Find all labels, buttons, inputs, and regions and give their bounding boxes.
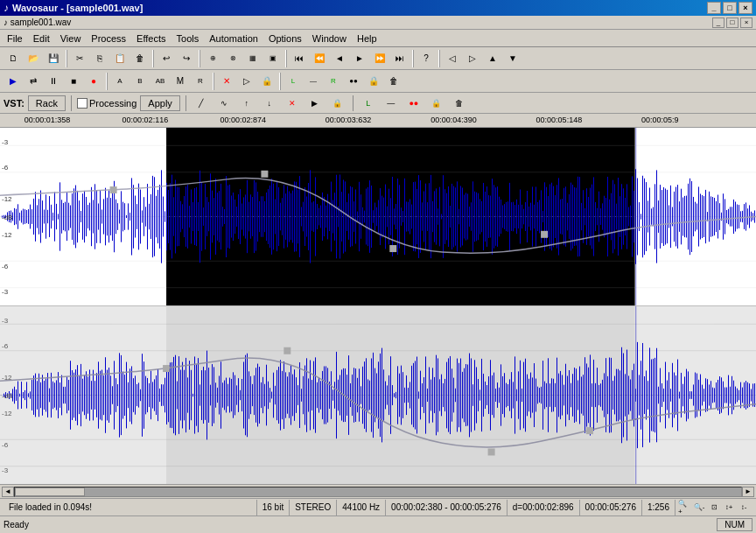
select-all-button[interactable]: ▦	[243, 49, 262, 68]
envelope-lock-button[interactable]: 🔒	[328, 94, 347, 113]
ch-r-button[interactable]: ●●	[404, 94, 424, 113]
processing-checkbox[interactable]	[77, 98, 88, 109]
menu-bar: File Edit View Process Effects Tools Aut…	[0, 30, 756, 47]
horizontal-scrollbar[interactable]: ◄ ►	[0, 484, 756, 498]
scroll-right-button[interactable]: ►	[742, 487, 754, 497]
mute-button[interactable]: —	[304, 72, 323, 91]
ch-lock2-button[interactable]: 🔒	[427, 94, 446, 113]
deselect-button[interactable]: ▣	[263, 49, 283, 68]
menu-options[interactable]: Options	[263, 32, 307, 46]
pause-button[interactable]: ⏸	[44, 72, 63, 91]
forward-end-button[interactable]: ⏭	[390, 49, 410, 68]
vol-down-button[interactable]: ▼	[503, 49, 522, 68]
solo-right-button[interactable]: R	[324, 72, 343, 91]
save-file-button[interactable]: 💾	[44, 49, 63, 68]
timeline-mark-5: 00:00:05:148	[536, 116, 583, 124]
waveform-canvas-top	[0, 128, 756, 305]
rack-button[interactable]: Rack	[28, 95, 66, 111]
zoom-in-v-button[interactable]: ↕+	[722, 501, 736, 515]
menu-edit[interactable]: Edit	[28, 32, 55, 46]
inner-maximize-btn[interactable]: □	[726, 18, 738, 28]
scroll-track[interactable]	[14, 487, 742, 497]
zoom-sel-button[interactable]: ⊕	[203, 49, 222, 68]
prev-channel-button[interactable]: ◁	[443, 49, 462, 68]
inner-close-btn[interactable]: ×	[740, 18, 752, 28]
record-button[interactable]: ●	[84, 72, 103, 91]
solo-left-button[interactable]: L	[284, 72, 303, 91]
close-button[interactable]: ×	[738, 2, 752, 14]
next-channel-button[interactable]: ▷	[463, 49, 482, 68]
zoom-in-h-button[interactable]: 🔍+	[677, 501, 691, 515]
draw-tool-button[interactable]: ╱	[192, 94, 211, 113]
next-marker-button[interactable]: ►	[350, 49, 369, 68]
envelope-x-button[interactable]: ✕	[283, 94, 302, 113]
undo-button[interactable]: ↩	[157, 49, 176, 68]
zoom-out-v-button[interactable]: ↕-	[737, 501, 751, 515]
ab-end-button[interactable]: B	[130, 72, 150, 91]
scroll-thumb[interactable]	[15, 487, 85, 496]
copy-button[interactable]: ⎘	[90, 49, 109, 68]
loop-button[interactable]: ⇄	[24, 72, 43, 91]
wave-down-button[interactable]: ↓	[260, 94, 279, 113]
prev-marker-button[interactable]: ◄	[330, 49, 349, 68]
menu-tools[interactable]: Tools	[172, 32, 205, 46]
ch-l-button[interactable]: L	[359, 94, 378, 113]
vol-up-button[interactable]: ▲	[483, 49, 502, 68]
channel-bottom[interactable]	[0, 306, 756, 484]
sep6	[438, 50, 440, 67]
delete-button[interactable]: 🗑	[130, 49, 150, 68]
timeline-mark-2: 00:00:02:874	[220, 116, 266, 124]
timeline-mark-3: 00:00:03:632	[326, 116, 372, 124]
menu-process[interactable]: Process	[86, 32, 131, 46]
menu-effects[interactable]: Effects	[131, 32, 171, 46]
zoom-out-h-button[interactable]: 🔍-	[692, 501, 706, 515]
fx-lock-button[interactable]: 🔒	[364, 72, 383, 91]
fast-rewind-button[interactable]: ⏪	[310, 49, 329, 68]
fast-forward-button[interactable]: ⏩	[370, 49, 389, 68]
ch-lr-button[interactable]: —	[382, 94, 401, 113]
wave-up-button[interactable]: ↑	[237, 94, 256, 113]
menu-window[interactable]: Window	[307, 32, 352, 46]
add-region-button[interactable]: R	[191, 72, 210, 91]
sep4	[285, 50, 287, 67]
channel-top[interactable]	[0, 128, 756, 306]
maximize-button[interactable]: □	[723, 2, 737, 14]
new-file-button[interactable]: 🗋	[4, 49, 23, 68]
fx-delete-button[interactable]: 🗑	[384, 72, 403, 91]
minimize-button[interactable]: _	[707, 2, 721, 14]
inner-minimize-btn[interactable]: _	[712, 18, 724, 28]
status-time-range: 00:00:02:380 - 00:00:05:276	[386, 500, 508, 515]
loop-ab-button[interactable]: AB	[150, 72, 170, 91]
vst-label: VST:	[4, 98, 24, 109]
select-tool-button[interactable]: ∿	[214, 94, 234, 113]
waveform-area	[0, 128, 756, 484]
menu-automation[interactable]: Automation	[204, 32, 263, 46]
menu-help[interactable]: Help	[352, 32, 382, 46]
redo-button[interactable]: ↪	[177, 49, 196, 68]
rewind-button[interactable]: ⏮	[290, 49, 309, 68]
paste-button[interactable]: 📋	[110, 49, 130, 68]
envelope-play-button[interactable]: ▶	[305, 94, 325, 113]
ab-start-button[interactable]: A	[110, 72, 130, 91]
inner-title: ♪ sample001.wav	[4, 18, 71, 27]
zoom-full-button[interactable]: ⊗	[223, 49, 242, 68]
play-button[interactable]: ▶	[4, 72, 23, 91]
sep7	[106, 73, 108, 90]
cut-button[interactable]: ✂	[70, 49, 89, 68]
apply-button[interactable]: Apply	[140, 95, 180, 111]
scroll-left-button[interactable]: ◄	[2, 487, 14, 497]
pan-button[interactable]: ●●	[344, 72, 363, 91]
normalize-button[interactable]: ✕	[217, 72, 236, 91]
ch-del-button[interactable]: 🗑	[450, 94, 469, 113]
open-file-button[interactable]: 📂	[24, 49, 43, 68]
menu-view[interactable]: View	[55, 32, 87, 46]
menu-file[interactable]: File	[2, 32, 28, 46]
help-cursor-button[interactable]: ?	[416, 49, 436, 68]
stop-button[interactable]: ■	[64, 72, 83, 91]
zoom-fit-button[interactable]: ⊡	[707, 501, 721, 515]
lock-button[interactable]: 🔒	[257, 72, 276, 91]
envelope-button[interactable]: ▷	[237, 72, 256, 91]
timeline-mark-4: 00:00:04:390	[430, 116, 477, 124]
vst-sep1	[71, 95, 72, 111]
add-marker-button[interactable]: M	[171, 72, 190, 91]
